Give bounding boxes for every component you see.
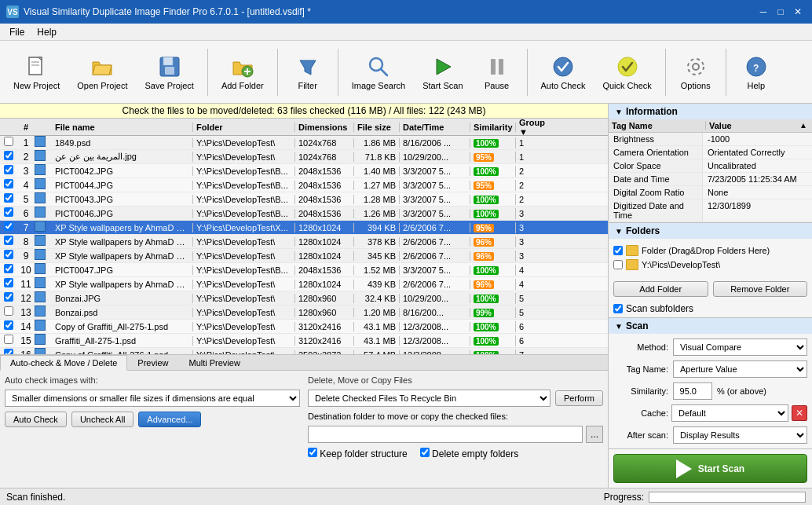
row-checkbox-cell[interactable] [0,236,17,247]
info-scroll-indicator[interactable]: ▲ [799,121,809,130]
row-checkbox[interactable] [4,165,13,174]
row-checkbox-cell[interactable] [0,278,17,290]
tab-multi-preview[interactable]: Multi Preview [178,355,250,370]
row-checkbox[interactable] [4,335,13,344]
row-checkbox[interactable] [4,292,13,302]
table-row[interactable]: 5 PICT0043.JPG Y:\Pics\DevelopTest\B... … [0,192,608,207]
row-checkbox-cell[interactable] [0,179,17,191]
info-section-header[interactable]: ▼ Information [609,104,812,119]
row-checkbox-cell[interactable] [0,320,17,332]
row-checkbox-cell[interactable] [0,264,17,276]
maximize-button[interactable]: □ [773,4,788,20]
filter-button[interactable]: Filter [284,45,331,100]
quick-check-button[interactable]: Quick Check [595,45,658,100]
keep-folder-label[interactable]: Keep folder structure [308,448,408,459]
row-checkbox[interactable] [4,236,13,245]
row-checkbox[interactable] [4,320,13,330]
save-project-button[interactable]: Save Project [138,45,201,100]
minimize-button[interactable]: ─ [755,4,771,20]
start-scan-toolbar-button[interactable]: Start Scan [415,45,470,100]
open-project-button[interactable]: Open Project [70,45,134,100]
image-search-button[interactable]: Image Search [345,45,412,100]
add-folder-button[interactable]: Add Folder [214,45,271,100]
keep-folder-checkbox[interactable] [308,448,317,457]
table-row[interactable]: 2 المريمة بين عن عن.jpg Y:\Pics\DevelopT… [0,150,608,164]
dest-folder-input[interactable] [308,426,583,443]
row-checkbox-cell[interactable] [0,335,17,346]
table-row[interactable]: 11 XP Style wallpapers by AhmaD 065.jpg … [0,277,608,291]
row-checkbox[interactable] [4,207,13,217]
table-row[interactable]: 14 Copy of Graffiti_All-275-1.psd Y:\Pic… [0,320,608,334]
tag-dropdown[interactable]: Aperture Value [673,360,807,378]
uncheck-all-btn[interactable]: Uncheck All [71,412,134,427]
pause-button[interactable]: Pause [474,45,521,100]
row-filename: Bonzai.psd [52,308,193,317]
scan-subfolders-checkbox[interactable] [613,304,623,313]
row-checkbox[interactable] [4,250,13,259]
row-checkbox[interactable] [4,221,13,231]
folder-checkbox[interactable] [613,246,623,255]
cache-dropdown[interactable]: Default [671,404,788,422]
row-checkbox[interactable] [4,137,13,146]
row-checkbox[interactable] [4,278,13,287]
new-project-button[interactable]: New Project [6,45,67,100]
row-checkbox[interactable] [4,151,13,160]
menu-help[interactable]: Help [31,25,63,39]
remove-folder-btn[interactable]: Remove Folder [713,281,808,297]
auto-check-button[interactable]: Auto Check [534,45,593,100]
menu-file[interactable]: File [3,25,31,39]
table-row[interactable]: 9 XP Style wallpapers by AhmaD 071.jpg Y… [0,249,608,263]
similarity-input[interactable] [673,382,712,400]
row-checkbox-cell[interactable] [0,137,17,148]
folders-section-header[interactable]: ▼ Folders [609,223,812,239]
file-table-body[interactable]: 1 1849.psd Y:\Pics\DevelopTest\ 1024x768… [0,136,608,354]
auto-check-dropdown[interactable]: Smaller dimensions or smaller file sizes… [5,390,300,407]
close-button[interactable]: ✕ [790,4,806,20]
table-row[interactable]: 13 Bonzai.psd Y:\Pics\DevelopTest\ 1280x… [0,306,608,320]
tab-preview[interactable]: Preview [127,355,178,370]
row-checkbox[interactable] [4,193,13,203]
row-checkbox[interactable] [4,179,13,188]
row-checkbox[interactable] [4,306,13,316]
table-row[interactable]: 6 PICT0046.JPG Y:\Pics\DevelopTest\B... … [0,207,608,221]
delete-empty-label[interactable]: Delete empty folders [420,448,518,459]
table-row[interactable]: 15 Graffiti_All-275-1.psd Y:\Pics\Develo… [0,334,608,348]
delete-empty-checkbox[interactable] [420,448,430,457]
browse-folder-btn[interactable]: ... [586,426,603,443]
after-scan-dropdown[interactable]: Display Results [673,426,807,444]
table-row[interactable]: 10 PICT0047.JPG Y:\Pics\DevelopTest\B...… [0,263,608,277]
table-row[interactable]: 8 XP Style wallpapers by AhmaD 067.jpg Y… [0,235,608,249]
folder-checkbox[interactable] [613,260,623,269]
scan-section-header[interactable]: ▼ Scan [609,318,812,334]
row-checkbox-cell[interactable] [0,165,17,177]
tab-auto-check[interactable]: Auto-check & Move / Delete [0,355,127,371]
table-row[interactable]: 4 PICT0044.JPG Y:\Pics\DevelopTest\B... … [0,178,608,192]
row-checkbox-cell[interactable] [0,250,17,262]
cache-clear-btn[interactable]: ✕ [792,405,807,421]
perform-btn[interactable]: Perform [555,390,603,406]
options-button[interactable]: Options [672,45,719,100]
row-checkbox-cell[interactable] [0,193,17,205]
help-button[interactable]: ? Help [733,45,780,100]
table-row[interactable]: 3 PICT0042.JPG Y:\Pics\DevelopTest\B... … [0,164,608,178]
row-checkbox-cell[interactable] [0,221,17,233]
folder-item[interactable]: Folder (Drag&Drop Folders Here) [613,243,807,258]
delete-operation-dropdown[interactable]: Delete Checked Files To Recycle Bin [308,390,550,407]
auto-check-btn[interactable]: Auto Check [5,412,67,427]
advanced-btn[interactable]: Advanced... [138,412,201,427]
table-row[interactable]: 16 Copy of Graffiti_All-276-1.psd Y:\Pic… [0,348,608,354]
method-dropdown[interactable]: Visual Compare [673,338,807,356]
row-checkbox-cell[interactable] [0,151,17,163]
table-row[interactable]: 12 Bonzai.JPG Y:\Pics\DevelopTest\ 1280x… [0,291,608,306]
row-checkbox[interactable] [4,264,13,273]
folder-item[interactable]: Y:\Pics\DevelopTest\ [613,258,807,272]
table-row[interactable]: 1 1849.psd Y:\Pics\DevelopTest\ 1024x768… [0,136,608,150]
row-checkbox-cell[interactable] [0,306,17,318]
row-checkbox[interactable] [4,349,13,354]
add-folder-panel-btn[interactable]: Add Folder [613,281,708,297]
row-checkbox-cell[interactable] [0,349,17,354]
row-checkbox-cell[interactable] [0,207,17,219]
start-scan-button[interactable]: Start Scan [613,454,807,483]
row-checkbox-cell[interactable] [0,292,17,304]
table-row[interactable]: 7 XP Style wallpapers by AhmaD 060.jpg Y… [0,221,608,235]
